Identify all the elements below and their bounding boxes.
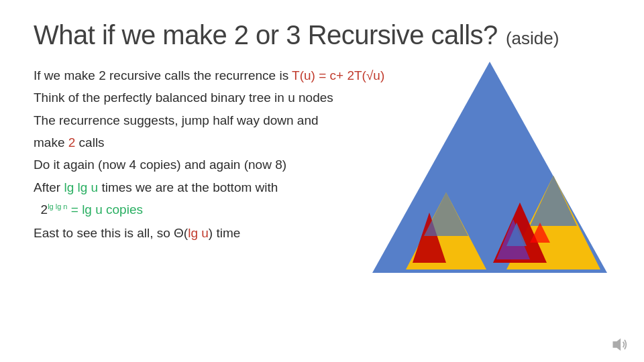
line8-highlight: lg u xyxy=(188,226,209,240)
line7-highlight: = lg u copies xyxy=(71,202,143,217)
title-area: What if we make 2 or 3 Recursive calls? … xyxy=(34,20,610,50)
triangle-graphic xyxy=(369,58,610,280)
superscript: lg lg n xyxy=(48,202,67,210)
title-aside: (aside) xyxy=(506,28,559,49)
svg-marker-10 xyxy=(613,339,621,351)
slide: What if we make 2 or 3 Recursive calls? … xyxy=(0,0,644,362)
line6-highlight: lg lg u xyxy=(64,180,98,194)
title-main: What if we make 2 or 3 Recursive calls? xyxy=(34,20,498,50)
graphic-area xyxy=(369,58,610,280)
line1-highlight: T(u) = c+ 2T( xyxy=(292,68,366,82)
sound-icon xyxy=(610,335,629,350)
line4-number: 2 xyxy=(68,135,76,149)
content-area: If we make 2 recursive calls the recurre… xyxy=(34,65,610,245)
